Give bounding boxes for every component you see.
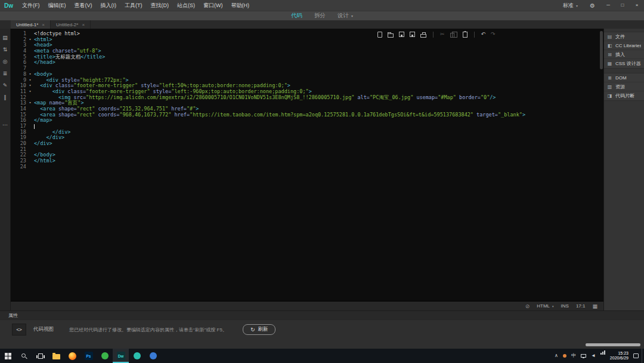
open-file-icon[interactable] (388, 32, 394, 38)
open-documents-icon[interactable]: ▤ (2, 35, 8, 41)
lint-status-icon[interactable]: ⊘ (525, 303, 530, 309)
menu-item[interactable]: 查找(D) (147, 0, 174, 11)
code-text[interactable]: <html> (34, 37, 603, 43)
code-text[interactable] (34, 147, 603, 153)
code-line[interactable]: 19 </div> (11, 135, 603, 141)
fold-arrow-icon[interactable]: ▾ (26, 72, 34, 78)
code-text[interactable]: <body> (34, 72, 603, 78)
code-line[interactable]: 4<meta charset="utf-8"> (11, 48, 603, 54)
code-line[interactable]: 21 (11, 147, 603, 153)
code-line[interactable]: 7 (11, 66, 603, 72)
code-view[interactable]: ✂↶↷ 1<!doctype html>2▾<html>3<head>4<met… (11, 29, 603, 301)
status-grid-icon[interactable]: ▦ (592, 303, 597, 309)
code-text[interactable]: <div class="footer-more-trigger" style="… (34, 83, 603, 89)
taskbar-photoshop[interactable]: Ps (80, 349, 97, 363)
ime-indicator-icon[interactable]: 中 (571, 353, 576, 359)
maximize-button[interactable]: □ (615, 0, 630, 11)
undo-icon[interactable]: ↶ (481, 31, 486, 38)
code-text[interactable]: <area shape="rect" coords="968,46,1673,7… (34, 112, 603, 118)
fold-arrow-icon[interactable]: ▾ (26, 78, 34, 84)
panel-tab-snippets[interactable]: ◨代码片断 (604, 91, 644, 100)
menu-item[interactable]: 插入(I) (97, 0, 121, 11)
code-text[interactable]: </div> (34, 141, 603, 147)
view-mode-0[interactable]: 代码 (291, 12, 302, 20)
code-line[interactable]: 16</map> (11, 118, 603, 124)
notification-center-icon[interactable] (633, 353, 639, 358)
panel-tab-insert[interactable]: ⊞插入 (604, 50, 644, 59)
code-line[interactable]: 10▾ <div class="footer-more-trigger" sty… (11, 83, 603, 89)
code-text[interactable]: </head> (34, 60, 603, 66)
taskbar-start[interactable] (0, 349, 16, 363)
taskbar-teal-app[interactable] (129, 349, 145, 363)
code-line[interactable]: 12 <img src="https://img.alicdn.com/imge… (11, 95, 603, 101)
menu-item[interactable]: 编辑(E) (44, 0, 70, 11)
taskbar-blue-app[interactable] (145, 349, 161, 363)
menu-item[interactable]: 站点(S) (173, 0, 199, 11)
print-code-icon[interactable] (420, 32, 426, 38)
code-text[interactable]: <div style="height:772px;"> (34, 78, 603, 84)
code-line[interactable]: 3<head> (11, 42, 603, 48)
hidden-icons-icon[interactable]: ∧ (555, 353, 558, 359)
close-button[interactable]: × (630, 0, 644, 11)
code-line[interactable]: 22</body> (11, 152, 603, 158)
code-text[interactable]: <meta charset="utf-8"> (34, 48, 603, 54)
menu-item[interactable]: 窗口(W) (199, 0, 227, 11)
document-tab[interactable]: Untitled-2*× (51, 20, 91, 29)
view-mode-2[interactable]: 设计▾ (338, 12, 353, 20)
menu-item[interactable]: 文件(F) (18, 0, 44, 11)
more-options-icon[interactable]: ⋯ (2, 122, 8, 128)
code-line[interactable]: 14 <area shape="rect" coords="215,32,964… (11, 106, 603, 112)
panel-tab-files[interactable]: ▤文件 (604, 32, 644, 41)
code-line[interactable]: 2▾<html> (11, 37, 603, 43)
code-text[interactable]: <div class="footer-more-trigger" style="… (34, 89, 603, 95)
taskbar-dreamweaver[interactable]: Dw (113, 349, 129, 363)
code-text[interactable]: <area shape="rect" coords="215,32,964,75… (34, 106, 603, 112)
display-icon[interactable] (581, 354, 586, 358)
code-line[interactable]: 9▾ <div style="height:772px;"> (11, 78, 603, 84)
code-line[interactable]: 17 (11, 124, 603, 130)
menu-item[interactable]: 帮助(H) (227, 0, 254, 11)
workspace-switcher[interactable]: 标准 ▾ (557, 2, 584, 10)
close-tab-icon[interactable]: × (82, 22, 85, 27)
panel-tab-cc-libraries[interactable]: ◧CC Libraries (604, 41, 644, 50)
taskbar-task-view[interactable] (32, 349, 48, 363)
code-line[interactable]: 20</div> (11, 141, 603, 147)
gear-icon[interactable]: ⚙ (584, 2, 601, 9)
network-icon[interactable] (600, 353, 602, 355)
doc-type-selector[interactable]: HTML ▾ (537, 303, 553, 309)
menu-item[interactable]: 查看(V) (70, 0, 97, 11)
save-file-icon[interactable] (399, 32, 404, 37)
code-text[interactable]: <head> (34, 42, 603, 48)
menu-item[interactable]: 工具(T) (120, 0, 147, 11)
save-all-icon[interactable] (410, 32, 415, 37)
paste-icon[interactable] (462, 32, 467, 38)
close-tab-icon[interactable]: × (42, 22, 45, 27)
fold-arrow-icon[interactable]: ▾ (26, 37, 34, 43)
fold-arrow-icon[interactable]: ▾ (26, 89, 34, 95)
volume-icon[interactable]: ◄ (591, 353, 596, 359)
live-preview-icon[interactable]: ◎ (3, 59, 8, 64)
editor-vertical-scrollbar[interactable] (600, 31, 603, 69)
code-text[interactable]: </div> (34, 135, 603, 141)
taskbar-green-app[interactable] (97, 349, 113, 363)
code-pane[interactable]: 1<!doctype html>2▾<html>3<head>4<meta ch… (11, 29, 603, 170)
panel-tab-assets[interactable]: ▥资源 (604, 82, 644, 91)
code-text[interactable]: </html> (34, 158, 603, 164)
panel-tab-dom[interactable]: ≣DOM (604, 73, 644, 82)
refresh-button[interactable]: ↻ 刷新 (243, 324, 276, 335)
code-line[interactable]: 23</html> (11, 158, 603, 164)
collapse-section-icon[interactable]: ∥ (4, 94, 7, 100)
redo-icon[interactable]: ↷ (491, 31, 496, 38)
panel-tab-css-designer[interactable]: ▦CSS 设计器 (604, 59, 644, 68)
code-text[interactable]: <img src="https://img.alicdn.com/imgextr… (34, 95, 603, 101)
code-text[interactable] (34, 164, 603, 170)
code-text[interactable]: <title>无标题文档</title> (34, 54, 603, 60)
format-source-code-icon[interactable]: ≣ (3, 70, 8, 76)
minimize-button[interactable]: ─ (601, 0, 615, 11)
code-text[interactable] (34, 66, 603, 72)
copy-icon[interactable] (450, 32, 456, 38)
code-line[interactable]: 8▾<body> (11, 72, 603, 78)
taskbar-file-explorer[interactable] (48, 349, 64, 363)
code-line[interactable]: 6</head> (11, 60, 603, 66)
code-text[interactable]: </body> (34, 152, 603, 158)
